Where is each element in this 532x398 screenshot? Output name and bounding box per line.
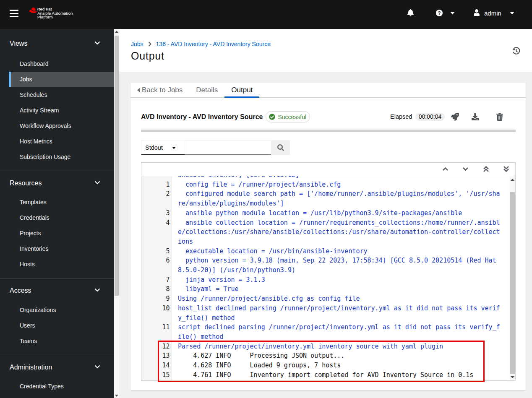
log-line-14[interactable]: 14 4.628 INFO Loaded 9 groups, 7 hosts (141, 361, 510, 370)
trash-icon (496, 113, 503, 121)
sidebar-item-hosts[interactable]: Hosts (9, 257, 114, 272)
scroll-up-arrow-icon[interactable] (114, 29, 119, 34)
sidebar-scrollbar[interactable] (114, 29, 119, 398)
line-number: 15 (141, 370, 172, 380)
delete-job-button[interactable] (495, 108, 505, 125)
brand-logo[interactable]: Red Hat Ansible Automation Platform (29, 7, 73, 19)
line-text: Using /runner/project/ansible.cfg as con… (172, 294, 503, 304)
sidebar-item-schedules[interactable]: Schedules (9, 87, 114, 103)
section-chevron-down-icon (94, 41, 100, 45)
log-line-9[interactable]: 9Using /runner/project/ansible.cfg as co… (141, 294, 510, 304)
line-number: 13 (141, 351, 172, 361)
search-icon (277, 144, 284, 151)
sidebar-item-label: Credential Types (20, 383, 64, 390)
tab-back-to-jobs[interactable]: Back to Jobs (130, 83, 189, 97)
nav-section-title[interactable]: Resources (0, 175, 114, 191)
breadcrumb-separator-icon (148, 42, 151, 47)
breadcrumb: Jobs 136 - AVD Inventory - AVD Inventory… (131, 41, 271, 47)
line-text: ansible python module location = /usr/li… (172, 208, 503, 218)
chevron-down-icon (463, 167, 468, 171)
status-badge[interactable]: Successful (266, 111, 310, 122)
sidebar-item-label: Inventories (20, 245, 48, 252)
nav-section-label: Administration (10, 364, 52, 371)
previous-match-button[interactable] (435, 163, 456, 176)
line-text: host_list declined parsing /runner/proje… (172, 304, 503, 323)
sidebar-item-subscription-usage[interactable]: Subscription Usage (9, 149, 114, 165)
line-text: executable location = /usr/bin/ansible-i… (172, 247, 503, 256)
log-line-5[interactable]: 5 executable location = /usr/bin/ansible… (141, 247, 510, 256)
line-number: 1 (141, 180, 172, 190)
sidebar-item-credential-types[interactable]: Credential Types (9, 379, 114, 394)
user-menu-label[interactable]: admin (484, 10, 501, 17)
log-scroll-down-arrow-icon[interactable] (510, 375, 516, 380)
sidebar-item-host-metrics[interactable]: Host Metrics (9, 134, 114, 149)
log-scrollbar-thumb[interactable] (510, 192, 515, 374)
log-scroll-up-arrow-icon[interactable] (510, 177, 516, 182)
next-match-button[interactable] (456, 163, 476, 176)
log-line-2[interactable]: 2 configured module search path = ['/hom… (141, 189, 510, 208)
help-caret-down-icon[interactable] (450, 12, 455, 15)
tab-output[interactable]: Output (224, 83, 259, 97)
log-line-3[interactable]: 3 ansible python module location = /usr/… (141, 208, 510, 218)
chevron-up-icon (443, 167, 448, 171)
log-line-10[interactable]: 10host_list declined parsing /runner/pro… (141, 304, 510, 323)
log-line-13[interactable]: 13 4.627 INFO Processing JSON output... (141, 351, 510, 361)
line-text: jinja version = 3.1.3 (172, 275, 503, 285)
sidebar-item-inventories[interactable]: Inventories (9, 241, 114, 257)
log-line-15[interactable]: 15 4.761 INFO Inventory import completed… (141, 370, 510, 380)
breadcrumb-job-link[interactable]: 136 - AVD Inventory - AVD Inventory Sour… (156, 41, 271, 47)
sidebar-item-label: Templates (20, 199, 47, 206)
scroll-to-top-button[interactable] (476, 163, 496, 176)
nav-toggle-hamburger-icon[interactable] (10, 10, 18, 17)
sidebar-item-dashboard[interactable]: Dashboard (9, 56, 114, 72)
log-scroll-area[interactable]: ansible-inventory [core 2.15.12]1 config… (141, 176, 510, 381)
sidebar-item-templates[interactable]: Templates (9, 195, 114, 210)
tab-details[interactable]: Details (189, 83, 224, 97)
search-button[interactable] (271, 140, 290, 155)
line-number: 11 (141, 323, 172, 341)
select-caret-down-icon (172, 147, 176, 149)
sidebar-item-label: Workflow Approvals (20, 122, 71, 129)
scroll-to-bottom-button[interactable] (496, 163, 517, 176)
nav-section-title[interactable]: Views (0, 36, 114, 51)
log-line-6[interactable]: 6 python version = 3.9.18 (main, Sep 22 … (141, 256, 510, 275)
log-line-7[interactable]: 7 jinja version = 3.1.3 (141, 275, 510, 285)
sidebar-item-users[interactable]: Users (9, 318, 114, 333)
sidebar-item-teams[interactable]: Teams (9, 333, 114, 349)
bell-icon[interactable] (407, 9, 414, 16)
user-caret-down-icon[interactable] (510, 12, 514, 15)
search-input[interactable] (185, 140, 271, 155)
elapsed-label: Elapsed (390, 113, 412, 120)
line-text: Parsed /runner/project/inventory.yml inv… (172, 342, 503, 351)
sidebar-item-projects[interactable]: Projects (9, 226, 114, 241)
svg-text:?: ? (438, 10, 441, 16)
user-icon[interactable] (473, 9, 480, 16)
line-text: 4.627 INFO Processing JSON output... (172, 351, 503, 361)
sidebar-item-jobs[interactable]: Jobs (9, 72, 114, 87)
nav-section-label: Access (10, 287, 31, 294)
line-number: 10 (141, 304, 172, 323)
nav-section-title[interactable]: Administration (0, 359, 114, 375)
nav-section-title[interactable]: Access (0, 283, 114, 298)
log-line-1[interactable]: 1 config file = /runner/project/ansible.… (141, 180, 510, 190)
breadcrumb-jobs-link[interactable]: Jobs (131, 41, 143, 47)
relaunch-button[interactable] (450, 108, 460, 125)
scroll-down-arrow-icon[interactable] (114, 393, 119, 398)
log-line-0[interactable]: ansible-inventory [core 2.15.12] (141, 176, 510, 180)
history-icon[interactable] (511, 46, 521, 55)
sidebar-item-credentials[interactable]: Credentials (9, 210, 114, 226)
log-line-12[interactable]: 12Parsed /runner/project/inventory.yml i… (141, 342, 510, 351)
log-line-8[interactable]: 8 libyaml = True (141, 284, 510, 294)
sidebar-item-activity-stream[interactable]: Activity Stream (9, 103, 114, 118)
log-line-11[interactable]: 11script declined parsing /runner/projec… (141, 323, 510, 341)
sidebar-item-organizations[interactable]: Organizations (9, 302, 114, 318)
stdout-filter-select[interactable]: Stdout (141, 140, 185, 155)
download-output-button[interactable] (470, 108, 480, 125)
help-icon[interactable]: ? (436, 10, 443, 16)
sidebar-scrollbar-thumb[interactable] (115, 36, 119, 296)
log-line-4[interactable]: 4 ansible collection location = /runner/… (141, 218, 510, 247)
log-scrollbar[interactable] (510, 176, 516, 381)
caret-left-icon (137, 88, 140, 93)
main-content: Jobs 136 - AVD Inventory - AVD Inventory… (119, 29, 532, 398)
sidebar-item-workflow-approvals[interactable]: Workflow Approvals (9, 118, 114, 134)
